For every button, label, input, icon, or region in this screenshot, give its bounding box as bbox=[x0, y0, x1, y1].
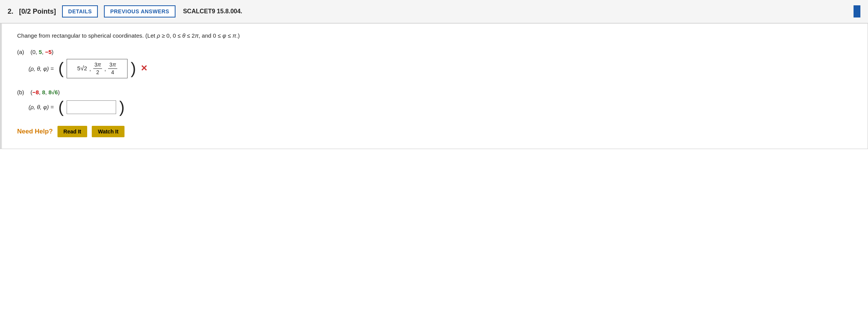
problem-number: 2. [0/2 Points] bbox=[8, 8, 56, 16]
part-a-section: (a) (0, 5, −5) (ρ, θ, φ) = ( 5√2 , 3π 2 bbox=[17, 49, 852, 78]
read-it-button[interactable]: Read It bbox=[57, 126, 88, 137]
phi-fraction: 3π 4 bbox=[108, 62, 117, 76]
part-a-answer-math: 5√2 , 3π 2 , 3π 4 bbox=[72, 62, 122, 76]
watch-it-button[interactable]: Watch It bbox=[92, 126, 124, 137]
previous-answers-button[interactable]: PREVIOUS ANSWERS bbox=[104, 5, 175, 17]
header-bar: 2. [0/2 Points] DETAILS PREVIOUS ANSWERS… bbox=[0, 0, 868, 23]
theta-denominator: 2 bbox=[95, 69, 101, 76]
left-paren-a: ( bbox=[58, 60, 64, 76]
part-a-eq-label: (ρ, θ, φ) = bbox=[29, 65, 54, 72]
theta-fraction: 3π 2 bbox=[93, 62, 102, 76]
right-paren-a: ) bbox=[131, 60, 136, 76]
need-help-label: Need Help? bbox=[17, 128, 53, 135]
blue-indicator bbox=[854, 5, 860, 17]
part-b-section: (b) (−8, 8, 8√6) (ρ, θ, φ) = ( ) bbox=[17, 89, 852, 115]
comma-2: , bbox=[104, 65, 106, 72]
phi-denominator: 4 bbox=[110, 69, 115, 76]
part-a-answer-box: 5√2 , 3π 2 , 3π 4 bbox=[67, 59, 128, 78]
rho-value: 5√2 bbox=[77, 65, 87, 72]
wrong-icon: ✕ bbox=[140, 63, 147, 73]
theta-numerator: 3π bbox=[93, 62, 102, 69]
problem-container: Change from rectangular to spherical coo… bbox=[0, 23, 868, 149]
left-paren-b: ( bbox=[58, 99, 64, 115]
problem-body: Change from rectangular to spherical coo… bbox=[0, 24, 868, 149]
part-b-label: (b) (−8, 8, 8√6) bbox=[17, 89, 852, 95]
problem-instruction: Change from rectangular to spherical coo… bbox=[17, 31, 852, 40]
part-b-equation-row: (ρ, θ, φ) = ( ) bbox=[29, 99, 852, 115]
need-help-row: Need Help? Read It Watch It bbox=[17, 126, 852, 137]
part-b-answer-input[interactable] bbox=[67, 100, 116, 114]
part-a-label: (a) (0, 5, −5) bbox=[17, 49, 852, 55]
comma-1: , bbox=[89, 65, 91, 72]
part-a-equation-row: (ρ, θ, φ) = ( 5√2 , 3π 2 , 3π 4 bbox=[29, 59, 852, 78]
part-b-eq-label: (ρ, θ, φ) = bbox=[29, 104, 54, 110]
details-button[interactable]: DETAILS bbox=[62, 5, 98, 17]
phi-numerator: 3π bbox=[108, 62, 117, 69]
problem-ref: SCALCET9 15.8.004. bbox=[183, 8, 243, 15]
right-paren-b: ) bbox=[119, 99, 124, 115]
